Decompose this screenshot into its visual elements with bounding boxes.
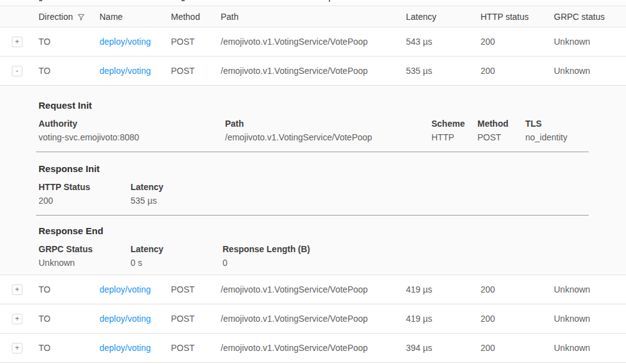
expand-row-button[interactable]: +: [12, 37, 22, 47]
method-cell: POST: [171, 314, 221, 324]
table-header-row: Direction Name Method Path Latency HTTP …: [0, 6, 626, 27]
path-cell: /emojivoto.v1.VotingService/VotePoop: [221, 343, 406, 353]
field-label: HTTP Status: [39, 182, 131, 192]
direction-cell: TO: [39, 284, 99, 294]
grpc-status-cell: Unknown: [554, 343, 626, 353]
direction-header-label: Direction: [39, 12, 73, 22]
table-row: + TO deploy/voting POST /emojivoto.v1.Vo…: [0, 334, 626, 363]
name-link[interactable]: deploy/voting: [99, 314, 151, 324]
field-label: Method: [477, 119, 525, 129]
row-detail-panel: Request Init Authority voting-svc.emojiv…: [0, 86, 626, 275]
field-latency: Latency 535 µs: [131, 182, 587, 206]
grpc-status-cell: Unknown: [554, 314, 626, 324]
field-grpc-status: GRPC Status Unknown: [39, 244, 131, 268]
field-label: Authority: [39, 119, 225, 129]
clipped-text-fragment: [39, 0, 42, 1]
path-cell: /emojivoto.v1.VotingService/VotePoop: [221, 284, 406, 294]
field-label: Response Length (B): [223, 244, 587, 254]
name-link[interactable]: deploy/voting: [99, 284, 151, 294]
http-status-cell: 200: [481, 66, 554, 76]
field-value: HTTP: [431, 132, 477, 142]
path-cell: /emojivoto.v1.VotingService/VotePoop: [221, 66, 406, 76]
method-cell: POST: [171, 66, 221, 76]
field-label: TLS: [525, 119, 587, 129]
http-status-cell: 200: [481, 314, 554, 324]
method-cell: POST: [171, 343, 221, 353]
field-value: 535 µs: [131, 196, 587, 206]
http-status-cell: 200: [481, 37, 554, 47]
http-status-cell: 200: [481, 343, 554, 353]
field-path: Path /emojivoto.v1.VotingService/VotePoo…: [225, 119, 431, 142]
clipped-text-fragment: [182, 0, 185, 1]
column-header-method: Method: [171, 12, 221, 22]
tap-results-table: Direction Name Method Path Latency HTTP …: [0, 6, 626, 363]
table-row: + TO deploy/voting POST /emojivoto.v1.Vo…: [0, 27, 626, 57]
latency-cell: 394 µs: [406, 343, 481, 353]
field-label: Latency: [131, 244, 223, 254]
http-status-cell: 200: [481, 284, 554, 294]
field-authority: Authority voting-svc.emojivoto:8080: [39, 119, 225, 142]
grpc-status-cell: Unknown: [554, 66, 626, 76]
field-method: Method POST: [477, 119, 525, 142]
filter-icon[interactable]: [77, 13, 85, 21]
name-link[interactable]: deploy/voting: [99, 37, 151, 47]
latency-cell: 543 µs: [406, 37, 481, 47]
response-init-fields: HTTP Status 200 Latency 535 µs: [39, 182, 587, 206]
expand-row-button[interactable]: +: [12, 314, 22, 324]
latency-cell: 419 µs: [406, 314, 481, 324]
path-cell: /emojivoto.v1.VotingService/VotePoop: [221, 314, 406, 324]
field-value: 0 s: [131, 258, 223, 268]
expand-row-button[interactable]: +: [12, 284, 22, 295]
request-init-fields: Authority voting-svc.emojivoto:8080 Path…: [39, 119, 587, 142]
column-header-path: Path: [221, 12, 406, 22]
field-value: 200: [39, 196, 131, 206]
grpc-status-cell: Unknown: [554, 284, 626, 294]
name-link[interactable]: deploy/voting: [99, 343, 151, 353]
field-scheme: Scheme HTTP: [431, 119, 477, 142]
response-end-fields: GRPC Status Unknown Latency 0 s Response…: [39, 244, 587, 268]
direction-cell: TO: [39, 314, 99, 324]
field-value: Unknown: [39, 258, 131, 268]
field-value: POST: [477, 132, 525, 142]
table-row: + TO deploy/voting POST /emojivoto.v1.Vo…: [0, 304, 626, 334]
field-value: voting-svc.emojivoto:8080: [39, 132, 225, 142]
name-link[interactable]: deploy/voting: [99, 66, 151, 76]
direction-cell: TO: [39, 37, 99, 47]
response-init-section-title: Response Init: [39, 152, 587, 174]
response-end-section-title: Response End: [39, 216, 587, 236]
field-label: Scheme: [431, 119, 477, 129]
field-label: Path: [225, 119, 431, 129]
expand-row-button[interactable]: +: [12, 343, 22, 353]
field-latency: Latency 0 s: [131, 244, 223, 268]
column-header-name: Name: [99, 12, 171, 22]
field-value: 0: [223, 258, 587, 268]
method-cell: POST: [171, 284, 221, 294]
table-row-expanded: - TO deploy/voting POST /emojivoto.v1.Vo…: [0, 57, 626, 86]
column-header-http-status: HTTP status: [481, 12, 554, 22]
field-http-status: HTTP Status 200: [39, 182, 131, 206]
latency-cell: 535 µs: [406, 66, 481, 76]
collapse-row-button[interactable]: -: [12, 66, 22, 76]
field-value: no_identity: [525, 132, 587, 142]
grpc-status-cell: Unknown: [554, 37, 626, 47]
path-cell: /emojivoto.v1.VotingService/VotePoop: [221, 37, 406, 47]
direction-cell: TO: [39, 343, 99, 353]
column-header-direction: Direction: [39, 12, 99, 22]
clipped-text-fragment: [329, 0, 330, 2]
field-tls: TLS no_identity: [525, 119, 587, 142]
request-init-section-title: Request Init: [39, 86, 587, 111]
direction-cell: TO: [39, 66, 99, 76]
field-label: Latency: [131, 182, 587, 192]
column-header-grpc-status: GRPC status: [554, 12, 626, 22]
method-cell: POST: [171, 37, 221, 47]
field-label: GRPC Status: [39, 244, 131, 254]
clipped-content-above-table: [0, 0, 626, 6]
field-response-length: Response Length (B) 0: [223, 244, 587, 268]
column-header-latency: Latency: [406, 12, 481, 22]
table-row: + TO deploy/voting POST /emojivoto.v1.Vo…: [0, 275, 626, 304]
latency-cell: 419 µs: [406, 284, 481, 294]
field-value: /emojivoto.v1.VotingService/VotePoop: [225, 132, 431, 142]
